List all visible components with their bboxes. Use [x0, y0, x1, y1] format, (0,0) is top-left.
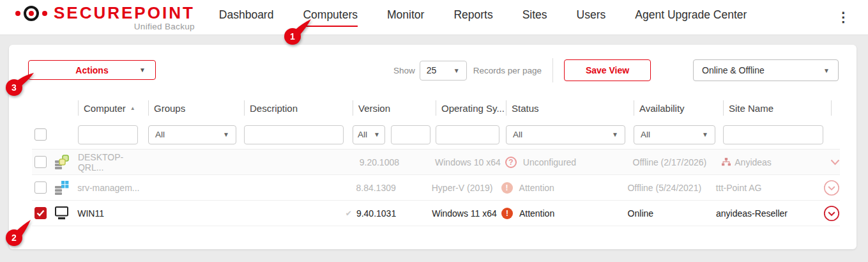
brand-logo: SECUREPOINT Unified Backup — [15, 3, 195, 31]
save-view-label: Save View — [586, 65, 629, 75]
chevron-down-icon: ▼ — [702, 131, 708, 138]
filter-availability-value: All — [641, 130, 650, 139]
sort-ascending-icon: ▲ — [130, 105, 135, 111]
computers-table: Computer ▲ Groups Description Version Op… — [32, 96, 840, 226]
chevron-down-icon: ▼ — [139, 66, 146, 73]
nav-item-monitor[interactable]: Monitor — [387, 8, 424, 27]
chevron-down-icon: ▼ — [823, 67, 830, 74]
select-all-checkbox[interactable] — [34, 128, 47, 141]
chevron-down-icon: ▼ — [374, 131, 380, 138]
filter-description-input[interactable] — [244, 125, 344, 144]
nav-item-sites[interactable]: Sites — [522, 8, 547, 27]
callout-badge-1: 1 — [284, 18, 313, 46]
expand-row-chevron-icon[interactable] — [830, 159, 840, 166]
version-up-to-date-icon: ✔ — [346, 209, 352, 218]
availability-text: Offline (2/17/2026) — [633, 157, 722, 167]
computer-name: srv-managem... — [77, 183, 147, 193]
column-header-label: Operating Sy... — [441, 103, 505, 114]
agent-version: 9.40.1031 — [356, 208, 396, 219]
column-header-description[interactable]: Description — [244, 100, 353, 116]
table-toolbar-right: Show 25 ▼ Records per page Save View Onl… — [393, 58, 839, 82]
connectivity-filter-value: Online & Offline — [702, 65, 765, 75]
filter-site-name-input[interactable] — [723, 125, 823, 144]
unconfigured-status-icon: ? — [505, 157, 517, 168]
table-row[interactable]: WIN11 ✔ 9.40.1031 Windows 11 x64 ! Atten… — [32, 201, 840, 226]
nav-item-users[interactable]: Users — [577, 8, 606, 27]
table-row[interactable]: DESKTOP-QRL... 9.20.1008 Windows 10 x64 … — [32, 150, 840, 175]
callout-badge-3: 3 — [5, 69, 34, 97]
chevron-down-icon: ▼ — [223, 131, 229, 138]
column-header-operating-system[interactable]: Operating Sy... — [436, 100, 506, 116]
computer-name: DESKTOP-QRL... — [78, 152, 148, 173]
site-name-text: anyideas-Reseller — [716, 208, 788, 219]
row-checkbox[interactable] — [34, 207, 47, 219]
status-text: Attention — [519, 183, 554, 193]
row-checkbox[interactable] — [34, 156, 47, 168]
records-per-page-label: Records per page — [473, 66, 542, 75]
toolbar-divider — [552, 58, 553, 82]
agent-version: 9.20.1008 — [352, 157, 435, 167]
filter-availability-select[interactable]: All ▼ — [634, 125, 715, 144]
nav-item-dashboard[interactable]: Dashboard — [219, 8, 274, 27]
kebab-menu-icon[interactable]: ⋮ — [833, 10, 854, 25]
column-header-site-name[interactable]: Site Name — [723, 100, 832, 116]
page-size-select[interactable]: 25 ▼ — [420, 61, 467, 81]
nav-item-reports[interactable]: Reports — [453, 8, 492, 27]
brand-tagline: Unified Backup — [134, 22, 195, 31]
column-header-label: Groups — [154, 103, 185, 114]
table-filter-row: All ▼ All ▼ All ▼ All — [32, 120, 840, 150]
column-header-label: Status — [512, 103, 539, 114]
nav-item-agent-upgrade-center[interactable]: Agent Upgrade Center — [635, 8, 747, 27]
column-header-computer[interactable]: Computer ▲ — [78, 100, 148, 116]
column-header-groups[interactable]: Groups — [148, 100, 244, 116]
checkmark-icon — [36, 210, 45, 217]
page-size-value: 25 — [427, 65, 437, 75]
expand-row-chevron-circle-icon[interactable] — [823, 205, 840, 222]
filter-status-value: All — [513, 130, 522, 139]
operating-system: Windows 11 x64 — [432, 208, 501, 219]
site-name-text: ttt-Point AG — [716, 183, 762, 193]
table-row[interactable]: srv-managem... 8.84.1309 Hyper-V (2019) … — [32, 175, 840, 201]
attention-status-icon: ! — [501, 208, 513, 219]
brand-wordmark: SECUREPOINT — [54, 3, 195, 23]
column-header-status[interactable]: Status — [506, 100, 634, 116]
filter-groups-select[interactable]: All ▼ — [148, 125, 236, 144]
column-header-version[interactable]: Version — [353, 100, 436, 116]
desktop-computer-icon — [54, 206, 70, 220]
computers-panel: Actions ▼ Show 25 ▼ Records per page Sav… — [9, 45, 857, 249]
save-view-button[interactable]: Save View — [564, 59, 651, 81]
show-label: Show — [393, 66, 415, 75]
filter-os-input[interactable] — [436, 125, 499, 144]
table-header-row: Computer ▲ Groups Description Version Op… — [32, 96, 840, 120]
callout-badge-number: 1 — [290, 31, 295, 42]
operating-system: Windows 10 x64 — [435, 157, 505, 167]
filter-computer-input[interactable] — [78, 125, 138, 144]
filter-version-select[interactable]: All ▼ — [353, 125, 385, 144]
connectivity-filter-select[interactable]: Online & Offline ▼ — [693, 59, 839, 81]
callout-badge-number: 3 — [11, 82, 17, 93]
filter-version-input[interactable] — [391, 125, 430, 144]
callout-badge-number: 2 — [11, 233, 17, 243]
row-checkbox[interactable] — [34, 181, 47, 194]
chevron-down-icon: ▼ — [453, 67, 460, 74]
chevron-down-icon: ▼ — [612, 131, 618, 138]
callout-badge-2: 2 — [5, 219, 34, 247]
status-text: Unconfigured — [523, 157, 576, 167]
expand-row-chevron-circle-icon[interactable] — [823, 180, 840, 196]
column-header-availability[interactable]: Availability — [634, 100, 723, 116]
column-header-label: Site Name — [729, 103, 773, 114]
hyperv-host-icon — [54, 180, 70, 196]
actions-button[interactable]: Actions ▼ — [28, 60, 156, 80]
securepoint-logo-icon — [15, 6, 47, 21]
attention-status-icon: ! — [501, 182, 513, 194]
operating-system: Hyper-V (2019) — [432, 183, 501, 193]
status-text: Attention — [519, 208, 554, 219]
filter-status-select[interactable]: All ▼ — [506, 125, 625, 144]
column-header-label: Version — [358, 103, 390, 114]
vm-image-chain-icon — [54, 155, 70, 170]
agent-version: 8.84.1309 — [349, 183, 432, 193]
column-header-label: Computer — [84, 103, 126, 114]
computer-name: WIN11 — [77, 208, 147, 219]
actions-button-label: Actions — [75, 65, 108, 75]
top-navigation-bar: SECUREPOINT Unified Backup Dashboard Com… — [0, 0, 868, 35]
